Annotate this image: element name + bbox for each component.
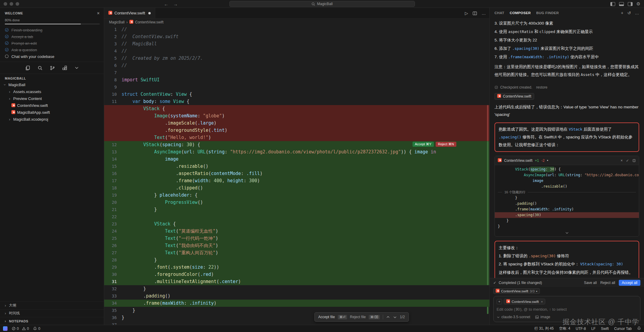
problems-indicator[interactable]: 0 0: [12, 327, 29, 331]
reject-hunk-button[interactable]: Reject ⌘N: [436, 142, 456, 147]
code-line[interactable]: 25 Text("一行代码一乾坤"): [104, 235, 489, 242]
tree-item-magicball[interactable]: ›MagicBall: [0, 81, 104, 88]
settings-gear-icon[interactable]: ⚙: [636, 1, 640, 7]
code-line[interactable]: 8import SwiftUI: [104, 76, 489, 83]
code-line[interactable]: 23 VStack {: [104, 220, 489, 228]
breadcrumb-root[interactable]: MagicBall: [109, 20, 125, 24]
sidebar-section-时间线[interactable]: ›时间线: [0, 309, 104, 317]
code-editor[interactable]: 1//2// ContentView.swift3// MagicBall4//…: [104, 26, 489, 325]
more-actions-icon[interactable]: …: [482, 11, 486, 16]
code-line[interactable]: 27 Text("重构人间百万轮"): [104, 249, 489, 256]
code-line[interactable]: 13 AsyncImage(url: URL(string: "https://…: [104, 148, 489, 155]
explorer-section-header[interactable]: MAGICBALL: [0, 74, 104, 81]
status-item-1[interactable]: 空格: 4: [559, 326, 570, 331]
modified-indicator[interactable]: [148, 12, 151, 14]
source-control-icon[interactable]: [50, 65, 55, 71]
code-line[interactable]: 22: [104, 213, 489, 220]
status-item-0[interactable]: 行 31, 列 45: [534, 326, 554, 331]
model-selector[interactable]: claude-3.5-sonnet: [497, 315, 530, 319]
remote-indicator-icon[interactable]: [3, 326, 8, 331]
accept-hunk-button[interactable]: Accept ⌘Y: [413, 142, 434, 147]
diff-file-name[interactable]: ContentView.swift: [504, 158, 533, 163]
tree-item-preview-content[interactable]: ›Preview Content: [0, 95, 104, 102]
notifications-indicator[interactable]: 0: [33, 327, 40, 331]
code-line[interactable]: 5// Created by zm on 2025/2/7.: [104, 55, 489, 62]
tab-bug-finder[interactable]: BUG FINDER: [536, 11, 559, 15]
tree-item-magicball-xcodeproj[interactable]: ›MagicBall.xcodeproj: [0, 116, 104, 123]
code-line[interactable]: 14 image: [104, 155, 489, 163]
run-icon[interactable]: ▷: [465, 11, 468, 16]
code-line[interactable]: 32 }: [104, 285, 489, 292]
tree-item-magicballapp-swift[interactable]: MagicBallApp.swift: [0, 109, 104, 116]
forward-icon[interactable]: →: [173, 2, 178, 7]
changed-file-pill[interactable]: ContentView.swift 3/3 •: [493, 288, 540, 294]
close-window-button[interactable]: [4, 2, 7, 6]
code-line[interactable]: 11 var body: some View {: [104, 98, 489, 105]
toggle-secondary-sidebar-icon[interactable]: [628, 2, 633, 6]
expand-diff-button[interactable]: [495, 230, 639, 236]
accept-diff-icon[interactable]: ✓: [626, 158, 629, 163]
new-chat-icon[interactable]: +: [621, 11, 624, 15]
save-all-button[interactable]: Save all: [584, 281, 597, 285]
open-diff-icon[interactable]: [632, 159, 636, 162]
toggle-panel-icon[interactable]: [619, 2, 624, 6]
files-icon[interactable]: [25, 65, 30, 71]
tree-item-contentview-swift[interactable]: ContentView.swift: [0, 102, 104, 109]
add-context-button[interactable]: +: [497, 299, 502, 304]
code-line[interactable]: 26 Text("我命由码不由天"): [104, 242, 489, 249]
code-line[interactable]: 29 .font(.system(size: 22)): [104, 264, 489, 271]
code-line[interactable]: 36}: [104, 314, 489, 321]
reject-all-button[interactable]: Reject all: [600, 281, 615, 285]
status-item-4[interactable]: Swift: [601, 327, 609, 331]
onboarding-item[interactable]: Accept a tab: [5, 33, 100, 40]
sidebar-section-NOTEPADS[interactable]: ›NOTEPADS: [0, 317, 104, 325]
code-line[interactable]: 20 ProgressView(): [104, 199, 489, 206]
code-line[interactable]: 17 .frame(width: 400, height: 300): [104, 177, 489, 184]
code-line-deleted[interactable]: .foregroundStyle(.tint): [104, 127, 489, 134]
extensions-icon[interactable]: [62, 65, 67, 71]
tree-item-assets-xcassets[interactable]: ›Assets.xcassets: [0, 88, 104, 95]
code-line[interactable]: 19 } placeholder: {: [104, 192, 489, 199]
code-line[interactable]: 21 }: [104, 206, 489, 213]
breadcrumb[interactable]: MagicBall › ContentView.swift: [104, 19, 489, 26]
code-line[interactable]: 28 }: [104, 256, 489, 264]
restore-checkpoint-button[interactable]: restore: [536, 85, 547, 89]
previous-change-icon[interactable]: [386, 315, 390, 319]
toggle-sidebar-icon[interactable]: [610, 2, 615, 6]
conversation[interactable]: 3. 设置图片尺寸为 400x300 像素4. 使用 aspectRatio 和…: [490, 18, 644, 278]
code-line[interactable]: 3// MagicBall: [104, 40, 489, 47]
code-line[interactable]: 4//: [104, 47, 489, 55]
input-placeholder[interactable]: Edit code (⌘I), @ to mention, ↑ to selec…: [497, 307, 637, 312]
tab-contentview-swift[interactable]: ContentView.swift: [104, 8, 155, 18]
code-line-deleted[interactable]: .imageScale(.large): [104, 119, 489, 127]
code-line[interactable]: 24 Text("莫道编程无血性"): [104, 228, 489, 235]
reject-diff-icon[interactable]: ×: [621, 158, 623, 163]
onboarding-item[interactable]: Finish onboarding: [5, 27, 100, 33]
next-change-icon[interactable]: [393, 315, 397, 319]
breadcrumb-file[interactable]: ContentView.swift: [135, 20, 164, 24]
code-line[interactable]: 10struct ContentView: View {: [104, 91, 489, 98]
code-line[interactable]: 34 .frame(maxWidth: .infinity): [104, 300, 489, 307]
sidebar-section-大纲[interactable]: ›大纲: [0, 301, 104, 309]
zoom-window-button[interactable]: [16, 2, 19, 6]
code-line[interactable]: 30 .foregroundColor(.red): [104, 271, 489, 278]
onboarding-item[interactable]: Prompt an edit: [5, 40, 100, 47]
back-icon[interactable]: ←: [164, 2, 168, 7]
accept-all-button[interactable]: Accept all: [619, 280, 640, 286]
minimize-window-button[interactable]: [10, 2, 13, 6]
attached-file-chip[interactable]: ContentView.swift ×: [504, 299, 545, 304]
tab-chat[interactable]: CHAT: [494, 11, 504, 15]
code-line[interactable]: 37: [104, 321, 489, 325]
code-line[interactable]: 7: [104, 69, 489, 76]
code-line[interactable]: 35 }: [104, 307, 489, 314]
code-line[interactable]: 33 .padding(): [104, 292, 489, 300]
code-line[interactable]: 18 .clipped(): [104, 184, 489, 192]
chevron-down-icon[interactable]: [74, 65, 79, 70]
code-line[interactable]: 1//: [104, 26, 489, 33]
code-line[interactable]: 2// ContentView.swift: [104, 33, 489, 40]
code-line[interactable]: 15 .resizable(): [104, 163, 489, 170]
onboarding-item[interactable]: Chat with your codebase: [5, 53, 100, 60]
code-line-deleted[interactable]: VStack {: [104, 105, 489, 112]
code-line[interactable]: 6//: [104, 62, 489, 69]
reject-file-button[interactable]: Reject file: [350, 315, 366, 319]
